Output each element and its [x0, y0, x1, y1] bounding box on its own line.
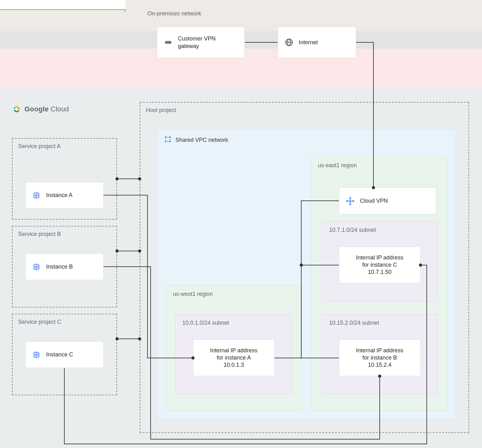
svg-rect-51 — [166, 137, 170, 141]
svg-point-2 — [168, 42, 168, 43]
service-project-a-label: Service project A — [18, 143, 61, 150]
svg-point-1 — [166, 42, 167, 43]
ip-b-line2: for instance B — [362, 355, 397, 361]
host-project-label: Host project — [146, 107, 176, 114]
vpn-gateway-icon — [163, 38, 173, 47]
customer-vpn-gateway-node: Customer VPN gateway — [157, 27, 245, 58]
svg-rect-55 — [169, 141, 171, 142]
diagram-canvas: On-premises network Customer VPN gateway… — [0, 0, 482, 448]
ip-c-line2: for instance C — [362, 262, 397, 268]
onprem-label: On-premises network — [147, 10, 201, 17]
svg-point-60 — [350, 200, 351, 202]
svg-rect-10 — [35, 194, 38, 196]
ip-a-line2: for instance A — [217, 355, 251, 361]
svg-rect-38 — [35, 354, 38, 356]
vpc-icon — [164, 136, 172, 145]
internet-node: Internet — [278, 27, 356, 58]
cloud-vpn-icon — [345, 196, 355, 206]
ip-b-line1: Internal IP address — [356, 347, 404, 354]
ip-instance-c-node: Internal IP address for instance C 10.7.… — [339, 247, 420, 283]
customer-vpn-gateway-label: Customer VPN gateway — [178, 35, 238, 50]
svg-rect-59 — [346, 200, 348, 202]
subnet-10-0-1-label: 10.0.1.0/24 subnet — [182, 320, 229, 326]
instance-c-node: Instance C — [25, 341, 104, 368]
subnet-10-15-2-label: 10.15.2.0/24 subnet — [329, 320, 379, 326]
cloud-vpn-label: Cloud VPN — [360, 197, 388, 205]
ip-a-line3: 10.0.1.3 — [223, 362, 244, 368]
compute-icon — [32, 350, 41, 360]
internet-label: Internet — [299, 39, 318, 46]
service-project-b-label: Service project B — [18, 231, 61, 237]
google-cloud-icon — [12, 104, 21, 114]
instance-c-label: Instance C — [46, 351, 73, 358]
compute-icon — [32, 262, 41, 272]
shared-vpc-header: Shared VPC network — [164, 136, 228, 145]
svg-rect-53 — [169, 136, 171, 138]
shared-vpc-label: Shared VPC network — [175, 137, 228, 143]
svg-rect-54 — [165, 141, 166, 142]
instance-a-node: Instance A — [25, 182, 104, 209]
globe-icon — [284, 38, 294, 47]
svg-rect-24 — [35, 266, 38, 268]
us-west1-label: us-west1 region — [173, 291, 213, 297]
instance-b-node: Instance B — [25, 253, 104, 280]
service-project-c-label: Service project C — [18, 319, 61, 325]
instance-b-label: Instance B — [46, 263, 73, 270]
us-east1-label: us-east1 region — [318, 162, 357, 169]
subnet-10-7-1-label: 10.7.1.0/24 subnet — [329, 227, 376, 233]
cloud-vpn-node: Cloud VPN — [339, 188, 436, 214]
ip-c-line3: 10.7.1.50 — [368, 269, 391, 275]
svg-rect-52 — [165, 136, 166, 138]
instance-a-label: Instance A — [46, 191, 72, 199]
svg-rect-58 — [353, 200, 354, 202]
svg-rect-56 — [350, 197, 351, 199]
ip-b-line3: 10.15.2.4 — [368, 362, 391, 368]
top-white-strip — [0, 0, 126, 10]
ip-a-line1: Internal IP address — [210, 347, 258, 354]
google-cloud-logo: Google Cloud — [12, 104, 69, 114]
svg-rect-57 — [350, 203, 351, 205]
google-cloud-wordmark: Google Cloud — [24, 105, 69, 113]
svg-point-3 — [169, 42, 169, 43]
top-tick — [125, 9, 125, 12]
ip-c-line1: Internal IP address — [356, 254, 404, 261]
ip-instance-a-node: Internal IP address for instance A 10.0.… — [193, 339, 275, 376]
compute-icon — [32, 191, 41, 200]
ip-instance-b-node: Internal IP address for instance B 10.15… — [339, 339, 420, 376]
